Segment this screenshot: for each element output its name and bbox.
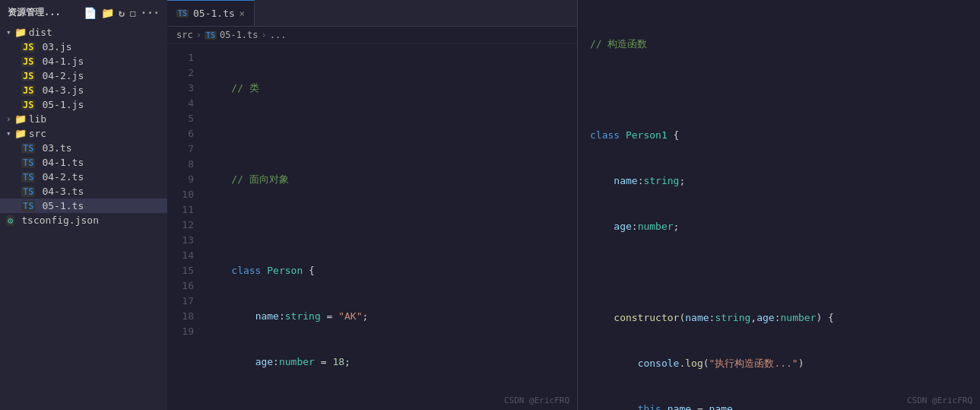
tab-close-button[interactable]: × <box>239 8 245 19</box>
ts-icon-04-2ts: TS <box>21 172 35 183</box>
sidebar-item-src[interactable]: ▾ 📁 src <box>0 126 167 141</box>
sidebar-item-label-03ts: 03.ts <box>42 142 71 154</box>
folder-arrow-dist: ▾ <box>6 27 11 37</box>
sidebar-item-03ts[interactable]: TS 03.ts <box>0 141 167 155</box>
collapse-icon[interactable]: ◻ <box>129 7 135 19</box>
right-line-5: age:number; <box>590 219 834 234</box>
right-watermark: CSDN @EricFRQ <box>907 396 972 405</box>
more-icon[interactable]: ··· <box>141 7 160 19</box>
explorer-actions: 📄 📁 ↻ ◻ ··· <box>84 7 160 19</box>
code-line-5: class Person { <box>208 263 577 278</box>
sidebar-item-label-04-2ts: 04-2.ts <box>42 171 84 183</box>
code-editor[interactable]: 12345 678910 1112131415 16171819 // 类 //… <box>167 44 577 410</box>
code-line-1: // 类 <box>208 81 577 96</box>
tab-05-1ts[interactable]: TS 05-1.ts × <box>167 0 255 26</box>
sidebar-item-label-04-1js: 04-1.js <box>42 56 84 67</box>
sidebar-item-label-dist: dist <box>29 27 52 38</box>
code-line-6: name:string = "AK"; <box>208 309 577 324</box>
folder-arrow-lib: › <box>6 114 11 124</box>
sidebar-item-04-1ts[interactable]: TS 04-1.ts <box>0 155 167 170</box>
right-line-6 <box>590 265 834 280</box>
js-icon-05-1js: JS <box>21 100 35 110</box>
code-line-2 <box>208 126 577 141</box>
sidebar-item-05-1js[interactable]: JS 05-1.js <box>0 97 167 112</box>
ts-icon-03ts: TS <box>21 143 35 154</box>
breadcrumb-sep2: › <box>262 30 267 40</box>
ts-icon-05-1ts: TS <box>21 201 35 211</box>
code-line-4 <box>208 218 577 233</box>
line-numbers: 12345 678910 1112131415 16171819 <box>167 44 201 410</box>
right-line-4: name:string; <box>590 173 834 189</box>
folder-icon-lib: 📁 <box>14 113 27 125</box>
right-line-3: class Person1 { <box>590 128 834 143</box>
ts-icon-04-1ts: TS <box>21 157 35 168</box>
tab-ts-icon: TS <box>176 9 189 17</box>
sidebar-item-label-tsconfig: tsconfig.json <box>21 215 99 226</box>
right-line-1: // 构造函数 <box>590 37 834 52</box>
json-icon-tsconfig: ⚙ <box>6 215 14 226</box>
right-line-8: console.log("执行构造函数...") <box>590 356 834 371</box>
breadcrumb-ts-icon-small: TS <box>205 31 217 40</box>
sidebar-item-04-2js[interactable]: JS 04-2.js <box>0 68 167 83</box>
left-panel: 资源管理... 📄 📁 ↻ ◻ ··· ▾ 📁 dist JS 03.js JS… <box>0 0 578 410</box>
breadcrumb-src: src <box>176 30 193 40</box>
sidebar-item-label-05-1js: 05-1.js <box>42 99 84 110</box>
sidebar-item-dist[interactable]: ▾ 📁 dist <box>0 25 167 40</box>
sidebar-item-04-2ts[interactable]: TS 04-2.ts <box>0 170 167 184</box>
sidebar-item-label-src: src <box>29 128 46 139</box>
right-panel: // 构造函数 class Person1 { name:string; age… <box>578 0 980 410</box>
sidebar-item-04-3js[interactable]: JS 04-3.js <box>0 83 167 97</box>
folder-icon-src: 📁 <box>14 128 27 139</box>
sidebar-item-03js[interactable]: JS 03.js <box>0 40 167 54</box>
sidebar-item-label-lib: lib <box>29 113 46 125</box>
folder-arrow-src: ▾ <box>6 129 11 138</box>
code-line-3: // 面向对象 <box>208 172 577 187</box>
sidebar-item-05-1ts[interactable]: TS 05-1.ts <box>0 199 167 213</box>
code-content: // 类 // 面向对象 class Person { name:string … <box>201 44 577 410</box>
js-icon-04-1js: JS <box>21 56 35 67</box>
right-code-content: // 构造函数 class Person1 { name:string; age… <box>578 6 846 404</box>
js-icon-03js: JS <box>21 42 35 52</box>
new-folder-icon[interactable]: 📁 <box>101 7 114 19</box>
sidebar-item-label-05-1ts: 05-1.ts <box>42 200 84 211</box>
breadcrumb-file: 05-1.ts <box>220 30 258 40</box>
code-line-7: age:number = 18; <box>208 354 577 370</box>
sidebar-item-04-3ts[interactable]: TS 04-3.ts <box>0 184 167 199</box>
editor-area: TS 05-1.ts × src › TS 05-1.ts › ... 1234… <box>167 0 577 410</box>
sidebar-item-label-03js: 03.js <box>42 41 71 52</box>
tab-bar: TS 05-1.ts × <box>167 0 577 27</box>
right-code-area: // 构造函数 class Person1 { name:string; age… <box>578 0 980 410</box>
sidebar-item-label-04-2js: 04-2.js <box>42 70 84 81</box>
left-watermark: CSDN @EricFRQ <box>504 396 569 405</box>
file-explorer: 资源管理... 📄 📁 ↻ ◻ ··· ▾ 📁 dist JS 03.js JS… <box>0 0 167 410</box>
breadcrumb-ellipsis: ... <box>270 30 287 40</box>
right-line-2 <box>590 82 834 97</box>
breadcrumb: src › TS 05-1.ts › ... <box>167 27 577 44</box>
ts-icon-04-3ts: TS <box>21 186 35 197</box>
tab-label: 05-1.ts <box>193 8 235 19</box>
right-line-7: constructor(name:string,age:number) { <box>590 310 834 326</box>
folder-icon-dist: 📁 <box>14 27 27 38</box>
explorer-header: 资源管理... 📄 📁 ↻ ◻ ··· <box>0 0 167 25</box>
explorer-title: 资源管理... <box>8 6 61 19</box>
sidebar-item-tsconfig[interactable]: ⚙ tsconfig.json <box>0 213 167 227</box>
sidebar-item-lib[interactable]: › 📁 lib <box>0 112 167 126</box>
sidebar-item-label-04-3ts: 04-3.ts <box>42 186 84 197</box>
refresh-icon[interactable]: ↻ <box>119 7 125 19</box>
js-icon-04-3js: JS <box>21 85 35 96</box>
breadcrumb-sep1: › <box>196 30 201 40</box>
new-file-icon[interactable]: 📄 <box>84 7 97 19</box>
sidebar-item-label-04-3js: 04-3.js <box>42 84 84 96</box>
right-line-9: this.name = name <box>590 402 834 410</box>
js-icon-04-2js: JS <box>21 71 35 81</box>
sidebar-item-04-1js[interactable]: JS 04-1.js <box>0 54 167 68</box>
sidebar-item-label-04-1ts: 04-1.ts <box>42 157 84 168</box>
